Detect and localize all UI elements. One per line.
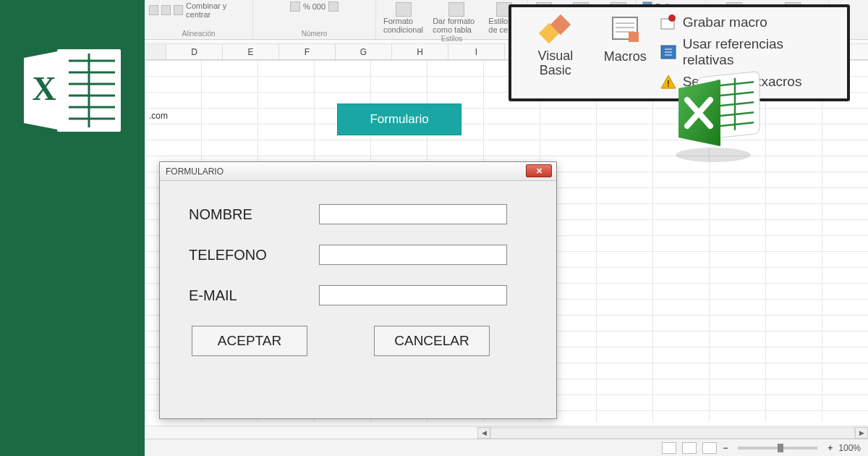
svg-point-30 bbox=[676, 148, 751, 162]
statusbar: − + 100% bbox=[145, 439, 868, 456]
currency-icon[interactable] bbox=[290, 1, 300, 12]
as-table-button[interactable]: Dar formato como tabla bbox=[430, 1, 482, 35]
close-icon[interactable]: ✕ bbox=[526, 164, 552, 177]
macros-button[interactable]: Macros bbox=[604, 13, 647, 93]
label-nombre: NOMBRE bbox=[189, 206, 319, 223]
label-email: E-MAIL bbox=[189, 287, 319, 304]
group-align: Alineación bbox=[182, 30, 215, 38]
relative-ref-icon bbox=[660, 44, 677, 60]
telefono-field[interactable] bbox=[319, 245, 507, 265]
scroll-right-icon[interactable]: ▶ bbox=[855, 427, 868, 439]
zoom-value[interactable]: 100% bbox=[838, 443, 861, 453]
h-scrollbar[interactable]: ◀ ▶ bbox=[145, 426, 868, 439]
scroll-left-icon[interactable]: ◀ bbox=[477, 427, 490, 439]
scroll-track[interactable] bbox=[490, 427, 855, 439]
decimals-icon[interactable] bbox=[328, 1, 339, 12]
aceptar-button[interactable]: ACEPTAR bbox=[192, 326, 307, 356]
col-header[interactable]: D bbox=[166, 44, 223, 59]
excel-main: Combinar y centrar Alineación % 000 Núme… bbox=[145, 0, 868, 456]
group-number: Número bbox=[302, 30, 328, 38]
col-header[interactable]: I bbox=[448, 44, 505, 59]
align-icon[interactable] bbox=[161, 5, 171, 15]
col-header[interactable]: G bbox=[336, 44, 392, 59]
zoom-slider[interactable] bbox=[738, 447, 817, 449]
macros-icon bbox=[608, 13, 642, 46]
select-all[interactable] bbox=[145, 44, 166, 59]
record-icon bbox=[660, 14, 677, 30]
cell-value: .com bbox=[149, 111, 168, 121]
record-macro-button[interactable]: Grabar macro bbox=[660, 14, 838, 30]
svg-rect-16 bbox=[629, 32, 639, 42]
col-header[interactable]: F bbox=[279, 44, 336, 59]
merge-icon[interactable] bbox=[174, 5, 183, 15]
page-break-view-icon[interactable] bbox=[702, 442, 717, 454]
brand-panel: X bbox=[0, 0, 145, 456]
align-icon[interactable] bbox=[149, 5, 158, 15]
merge-button[interactable]: Combinar y centrar bbox=[186, 1, 248, 19]
group-styles: Estilos bbox=[441, 35, 462, 43]
excel-3d-icon bbox=[665, 59, 774, 168]
col-header[interactable]: H bbox=[392, 44, 448, 59]
label-telefono: TELEFONO bbox=[189, 247, 319, 263]
formulario-sheet-button[interactable]: Formulario bbox=[337, 104, 461, 135]
excel-logo: X bbox=[18, 43, 127, 138]
userform-dialog: FORMULARIO ✕ NOMBRE TELEFONO E-MAIL ACEP… bbox=[159, 161, 557, 419]
visual-basic-icon bbox=[539, 13, 572, 46]
svg-text:X: X bbox=[32, 70, 56, 107]
visual-basic-button[interactable]: Visual Basic bbox=[520, 13, 591, 93]
nombre-field[interactable] bbox=[319, 204, 507, 224]
col-header[interactable]: E bbox=[223, 44, 279, 59]
userform-title: FORMULARIO bbox=[166, 166, 224, 177]
cancelar-button[interactable]: CANCELAR bbox=[374, 326, 490, 356]
svg-point-18 bbox=[668, 14, 676, 22]
email-field[interactable] bbox=[319, 285, 507, 305]
cond-format-button[interactable]: Formato condicional bbox=[380, 1, 427, 35]
page-layout-view-icon[interactable] bbox=[682, 442, 697, 454]
zoom-out-icon[interactable]: − bbox=[723, 443, 728, 453]
userform-titlebar[interactable]: FORMULARIO ✕ bbox=[160, 162, 556, 181]
zoom-in-icon[interactable]: + bbox=[827, 443, 833, 453]
normal-view-icon[interactable] bbox=[662, 442, 676, 454]
